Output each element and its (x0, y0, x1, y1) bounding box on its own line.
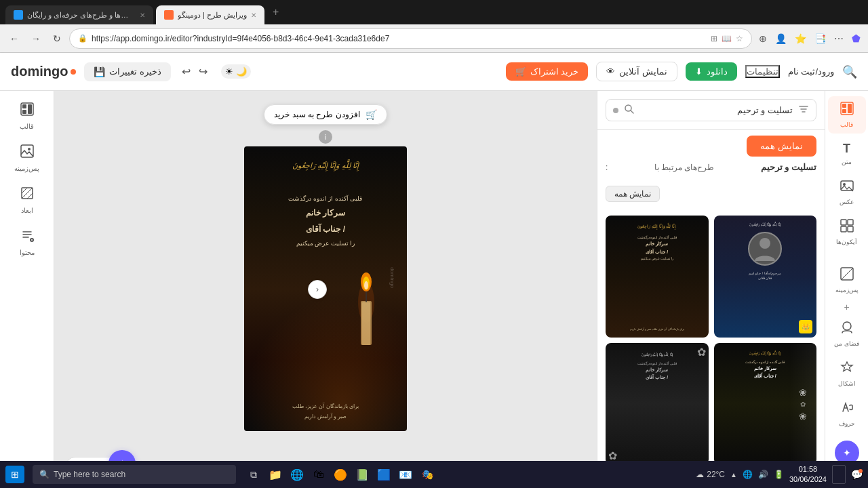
char-icon: 🎭 (422, 469, 433, 480)
address-bar[interactable]: 🔒 https://app.domingo.ir/editor?industry… (69, 28, 752, 49)
notification-icon[interactable]: 💬 (851, 469, 863, 480)
volume-icon[interactable]: 🔊 (758, 470, 768, 479)
theme-toggle[interactable]: ☀ 🌙 (221, 64, 251, 79)
persian-line3: / جناب آقای (252, 221, 399, 237)
sidebar-item-background[interactable]: پس‌زمینه (3, 138, 51, 178)
clock-display[interactable]: 01:58 30/06/2024 (789, 464, 827, 485)
right-letters-icon (840, 401, 854, 418)
refresh-button[interactable]: ↻ (49, 30, 65, 47)
add-element-button[interactable]: + (828, 302, 866, 312)
download-button[interactable]: ⬇ دانلود (686, 62, 737, 81)
tab-1[interactable]: قالب‌ها و طرح‌های حرفه‌ای و رایگان ✕ (5, 5, 153, 24)
right-sidebar-template-label: قالب (840, 121, 853, 128)
show-all-button[interactable]: نمایش همه (606, 186, 660, 202)
right-sidebar-template[interactable]: قالب (828, 96, 866, 134)
address-read-icon[interactable]: 📖 (722, 34, 732, 43)
confirm-search-button[interactable]: نمایش همه (747, 136, 816, 157)
taskbar-char[interactable]: 🎭 (418, 465, 437, 484)
right-sidebar-letters[interactable]: حروف (828, 395, 866, 432)
address-fav-icon[interactable]: ☆ (736, 34, 743, 43)
panel-collapse-button[interactable]: › (308, 280, 327, 299)
search-box (606, 99, 816, 121)
header-search-icon[interactable]: 🔍 (842, 64, 857, 79)
editor-main: قالب پس‌زمینه (0, 91, 868, 488)
time-display: 01:58 (789, 464, 827, 474)
template-card-4[interactable]: إِنَّا لِلَّٰهِ وَإِنَّا إِلَيْهِ رَاجِع… (714, 343, 817, 465)
copilot-button[interactable]: ⬟ (849, 30, 863, 47)
redo-button[interactable]: ↪ (196, 62, 210, 81)
chevron-up-icon[interactable]: ▲ (730, 471, 737, 479)
taskbar-app2[interactable]: 📗 (353, 465, 372, 484)
login-button[interactable]: ورود/ثبت نام (788, 66, 834, 77)
settings-button[interactable]: تنظیمات (745, 65, 780, 78)
template-icon (20, 102, 35, 120)
template-card-1[interactable]: إِنَّا لِلَّٰهِ وَإِنَّا إِلَيْهِ رَاجِع… (606, 216, 709, 338)
taskbar-app3[interactable]: 🟦 (374, 465, 393, 484)
show-desktop-button[interactable] (832, 465, 846, 484)
section-header: تسلیت و ترحیم طرح‌های مرتبط با : (597, 162, 825, 178)
temp-display: 22°C (707, 470, 725, 479)
new-tab-button[interactable]: + (267, 6, 284, 18)
filter-button[interactable] (798, 104, 809, 117)
sidebar-item-content[interactable]: محتوا (3, 222, 51, 262)
svg-line-8 (22, 188, 27, 193)
template-search-input[interactable] (640, 105, 793, 115)
subscribe-icon: 🛒 (515, 66, 526, 77)
right-myspace-icon (840, 321, 854, 338)
taskbar-search-bar[interactable]: 🔍 Type here to search (33, 465, 236, 484)
template-grid: إِنَّا لِلَّٰهِ وَإِنَّا إِلَيْهِ رَاجِع… (606, 216, 816, 465)
store-icon: 🛍 (313, 468, 324, 481)
taskbar-store[interactable]: 🛍 (309, 465, 328, 484)
svg-line-7 (22, 188, 33, 199)
taskview-icon: ⧉ (250, 469, 257, 481)
taskbar-app4[interactable]: 📧 (396, 465, 415, 484)
profile-button[interactable]: 👤 (772, 30, 789, 47)
right-sidebar-icons[interactable]: آیکون‌ها (828, 214, 866, 251)
collections-button[interactable]: 📑 (812, 30, 829, 47)
right-sidebar-text[interactable]: T متن (828, 136, 866, 171)
taskbar-search-icon: 🔍 (39, 470, 50, 479)
right-sidebar-photo[interactable]: عکس (828, 174, 866, 211)
taskbar-taskview[interactable]: ⧉ (244, 465, 263, 484)
preview-button[interactable]: 👁 نمایش آنلاین (596, 62, 677, 81)
canvas-area: 🛒 افزودن طرح به سبد خرید i (54, 91, 597, 488)
search-button[interactable] (624, 104, 635, 117)
tab-2[interactable]: ویرایش طرح | دومینگو ✕ (156, 5, 264, 24)
info-icon[interactable]: i (319, 130, 332, 144)
taskbar-file-explorer[interactable]: 📁 (266, 465, 285, 484)
forward-button[interactable]: → (27, 30, 45, 47)
sidebar-item-dimensions[interactable]: ابعاد (3, 180, 51, 220)
settings-browser-button[interactable]: ⋯ (831, 30, 846, 47)
undo-button[interactable]: ↩ (179, 62, 193, 81)
extensions-button[interactable]: ⊕ (756, 30, 770, 47)
right-sidebar-background[interactable]: پس‌زمینه (828, 262, 866, 299)
taskbar-app1[interactable]: 🟠 (331, 465, 350, 484)
address-apps-icon[interactable]: ⊞ (711, 34, 717, 43)
show-all-area: نمایش همه (597, 186, 825, 207)
template-card-3[interactable]: إِنَّا لِلَّٰهِ وَإِنَّا إِلَيْهِ رَاجِع… (606, 343, 709, 465)
subscribe-button[interactable]: 🛒 خرید اشتراک (506, 62, 589, 81)
watermark: domingo (389, 267, 395, 288)
right-sidebar-shapes[interactable]: اشکال (828, 355, 866, 392)
svg-rect-24 (848, 104, 852, 113)
tab-close-2[interactable]: ✕ (251, 12, 256, 19)
taskbar-search-text: Type here to search (54, 470, 125, 479)
right-sidebar-myspace[interactable]: فضای من (828, 315, 866, 352)
tab-close-1[interactable]: ✕ (140, 12, 145, 19)
template-card-2[interactable]: إِنَّا لِلَّٰهِ وَإِنَّا إِلَيْهِ رَاجِع… (714, 216, 817, 338)
network-icon[interactable]: 🌐 (743, 470, 753, 479)
back-button[interactable]: ← (5, 30, 23, 47)
app1-icon: 🟠 (334, 468, 347, 481)
add-to-cart-button[interactable]: 🛒 افزودن طرح به سبد خرید (264, 104, 387, 125)
save-button[interactable]: 💾 ذخیره تغییرات (84, 62, 171, 81)
battery-icon[interactable]: 🔋 (774, 470, 784, 479)
favorites-button[interactable]: ⭐ (792, 30, 809, 47)
canvas-container: 🛒 افزودن طرح به سبد خرید i (244, 104, 407, 431)
taskbar-edge[interactable]: 🌐 (288, 465, 307, 484)
right-sidebar-myspace-label: فضای من (834, 340, 859, 347)
thumb1-arabic: إِنَّا لِلَّٰهِ وَإِنَّا إِلَيْهِ رَاجِع… (637, 224, 676, 229)
start-button[interactable]: ⊞ (5, 466, 24, 483)
thumb1-bottom: برای بازماندگان آن عزیز، طلب صبر و آرامش… (630, 327, 684, 331)
url-display: https://app.domingo.ir/editor?industryId… (92, 34, 707, 43)
sidebar-item-template[interactable]: قالب (3, 96, 51, 136)
